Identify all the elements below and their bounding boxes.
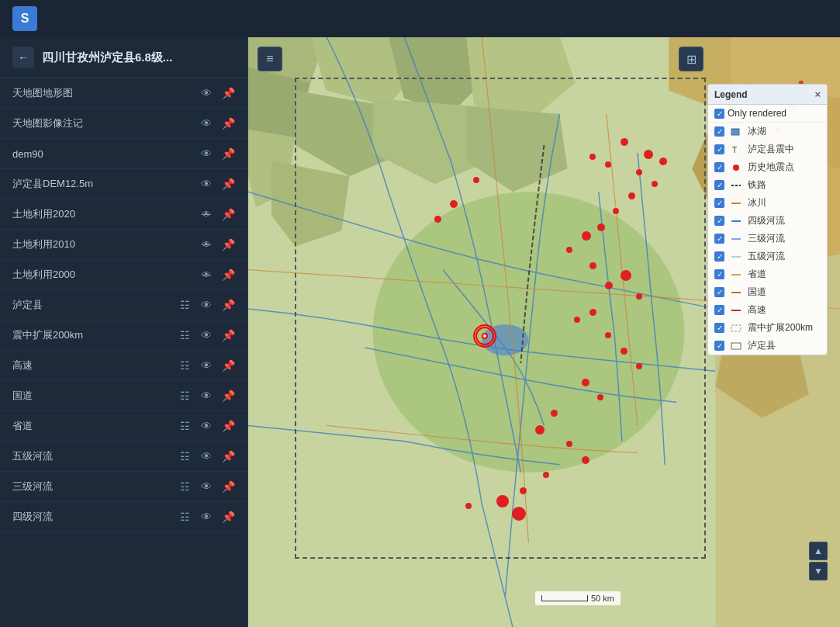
nav-up[interactable]: ▲ (809, 542, 828, 560)
grid-icon[interactable]: ☷ (178, 419, 192, 433)
grid-icon[interactable]: ☷ (178, 449, 192, 463)
eye-icon[interactable]: 👁 (199, 419, 213, 433)
pin-icon[interactable]: 📌 (221, 116, 235, 130)
layer-item-luding-county[interactable]: 泸定县☷👁📌 (0, 290, 247, 320)
legend-item-railway[interactable]: ✓铁路 (708, 176, 827, 194)
pin-icon[interactable]: 📌 (221, 510, 235, 524)
eye-icon[interactable]: 👁 (199, 116, 213, 130)
layer-item-tianditu-image[interactable]: 天地图影像注记👁📌 (0, 109, 247, 139)
layer-item-highway[interactable]: 高速☷👁📌 (0, 351, 247, 381)
grid-icon[interactable]: ☷ (178, 298, 192, 312)
eye-icon[interactable]: 👁 (199, 510, 213, 524)
legend-checkbox-glacier[interactable]: ✓ (714, 198, 724, 208)
pin-icon[interactable]: 📌 (221, 268, 235, 282)
layer-item-landuse2000[interactable]: 土地利用2000👁📌 (0, 260, 247, 290)
layer-icons: 👁📌 (199, 268, 235, 282)
legend-checkbox-hist-seismic[interactable]: ✓ (714, 162, 724, 172)
layer-item-landuse2010[interactable]: 土地利用2010👁📌 (0, 230, 247, 260)
layer-item-expand200km[interactable]: 震中扩展200km☷👁📌 (0, 320, 247, 351)
eye-off-icon[interactable]: 👁 (199, 207, 213, 221)
layer-name: 泸定县DEM12.5m (12, 177, 199, 191)
legend-checkbox-river3-leg[interactable]: ✓ (714, 234, 724, 244)
legend-item-nat-road-leg[interactable]: ✓国道 (708, 283, 827, 301)
legend-checkbox-prov-road-leg[interactable]: ✓ (714, 269, 724, 279)
nav-down[interactable]: ▼ (809, 562, 828, 580)
legend-close[interactable]: × (814, 88, 821, 100)
grid-icon[interactable]: ☷ (178, 480, 192, 494)
pin-icon[interactable]: 📌 (221, 449, 235, 463)
eye-icon[interactable]: 👁 (199, 328, 213, 342)
legend-item-expand200-leg[interactable]: ✓震中扩展200km (708, 319, 827, 337)
layer-item-landuse2020[interactable]: 土地利用2020👁📌 (0, 199, 247, 230)
pin-icon[interactable]: 📌 (221, 298, 235, 312)
back-button[interactable]: ← (12, 47, 34, 68)
legend-item-river3-leg[interactable]: ✓三级河流 (708, 230, 827, 248)
legend-symbol-river3-leg (729, 234, 743, 244)
pin-icon[interactable]: 📌 (221, 480, 235, 494)
legend-item-hist-seismic[interactable]: ✓历史地震点 (708, 158, 827, 176)
layer-item-provincial-road[interactable]: 省道☷👁📌 (0, 411, 247, 442)
legend-checkbox-binghu[interactable]: ✓ (714, 126, 724, 137)
map-area[interactable]: ≡ ⊞ 50 km ▲ ▼ Legend × ✓ Only rendered ✓… (248, 37, 840, 627)
legend-item-luding-leg[interactable]: ✓泸定县 (708, 337, 827, 355)
layer-name: 国道 (12, 389, 178, 403)
legend-checkbox-river5-leg[interactable]: ✓ (714, 251, 724, 262)
map-list-toggle[interactable]: ≡ (258, 47, 282, 71)
legend-item-glacier[interactable]: ✓冰川 (708, 194, 827, 212)
layer-item-river3[interactable]: 三级河流☷👁📌 (0, 472, 247, 502)
app-logo: S (12, 6, 37, 31)
layer-item-river4[interactable]: 四级河流☷👁📌 (0, 502, 247, 532)
seismic-dot (473, 177, 479, 183)
legend-checkbox-railway[interactable]: ✓ (714, 180, 724, 190)
pin-icon[interactable]: 📌 (221, 237, 235, 251)
legend-item-luding-center[interactable]: ✓T泸定县震中 (708, 140, 827, 158)
map-corner-button[interactable]: ⊞ (679, 47, 703, 71)
eye-icon[interactable]: 👁 (199, 177, 213, 191)
legend-checkbox-river4-leg[interactable]: ✓ (714, 216, 724, 226)
eye-off-icon[interactable]: 👁 (199, 237, 213, 251)
seismic-dot (574, 317, 580, 323)
legend-item-prov-road-leg[interactable]: ✓省道 (708, 265, 827, 283)
legend-item-binghu[interactable]: ✓冰湖 (708, 123, 827, 140)
legend-symbol-river4-leg (729, 216, 743, 227)
eye-icon[interactable]: 👁 (199, 86, 213, 100)
eye-icon[interactable]: 👁 (199, 147, 213, 161)
eye-icon[interactable]: 👁 (199, 449, 213, 463)
legend-checkbox-luding-leg[interactable]: ✓ (714, 341, 724, 351)
legend-item-river5-leg[interactable]: ✓五级河流 (708, 248, 827, 265)
svg-rect-35 (731, 325, 741, 331)
grid-icon[interactable]: ☷ (178, 328, 192, 342)
layer-item-luding-dem[interactable]: 泸定县DEM12.5m👁📌 (0, 169, 247, 199)
pin-icon[interactable]: 📌 (221, 419, 235, 433)
layer-item-tianditu-terrain[interactable]: 天地图地形图👁📌 (0, 78, 247, 109)
legend-checkbox-highway-leg[interactable]: ✓ (714, 305, 724, 315)
grid-icon[interactable]: ☷ (178, 389, 192, 403)
grid-icon[interactable]: ☷ (178, 359, 192, 372)
eye-icon[interactable]: 👁 (199, 359, 213, 372)
pin-icon[interactable]: 📌 (221, 147, 235, 161)
legend-label-railway: 铁路 (748, 178, 766, 192)
legend-item-highway-leg[interactable]: ✓高速 (708, 301, 827, 319)
layer-item-river5[interactable]: 五级河流☷👁📌 (0, 442, 247, 472)
legend-label-nat-road-leg: 国道 (748, 286, 766, 299)
pin-icon[interactable]: 📌 (221, 207, 235, 221)
legend-only-rendered-row[interactable]: ✓ Only rendered (708, 105, 827, 123)
pin-icon[interactable]: 📌 (221, 389, 235, 403)
legend-checkbox-nat-road-leg[interactable]: ✓ (714, 287, 724, 297)
pin-icon[interactable]: 📌 (221, 328, 235, 342)
legend-item-river4-leg[interactable]: ✓四级河流 (708, 212, 827, 230)
pin-icon[interactable]: 📌 (221, 359, 235, 372)
layer-item-dem90[interactable]: dem90👁📌 (0, 139, 247, 169)
eye-icon[interactable]: 👁 (199, 298, 213, 312)
only-rendered-checkbox[interactable]: ✓ (714, 109, 724, 119)
pin-icon[interactable]: 📌 (221, 177, 235, 191)
eye-off-icon[interactable]: 👁 (199, 268, 213, 282)
grid-icon[interactable]: ☷ (178, 510, 192, 524)
legend-checkbox-expand200-leg[interactable]: ✓ (714, 323, 724, 333)
layer-item-national-road[interactable]: 国道☷👁📌 (0, 381, 247, 411)
eye-icon[interactable]: 👁 (199, 480, 213, 494)
pin-icon[interactable]: 📌 (221, 86, 235, 100)
seismic-dot (450, 200, 458, 208)
eye-icon[interactable]: 👁 (199, 389, 213, 403)
legend-checkbox-luding-center[interactable]: ✓ (714, 144, 724, 154)
